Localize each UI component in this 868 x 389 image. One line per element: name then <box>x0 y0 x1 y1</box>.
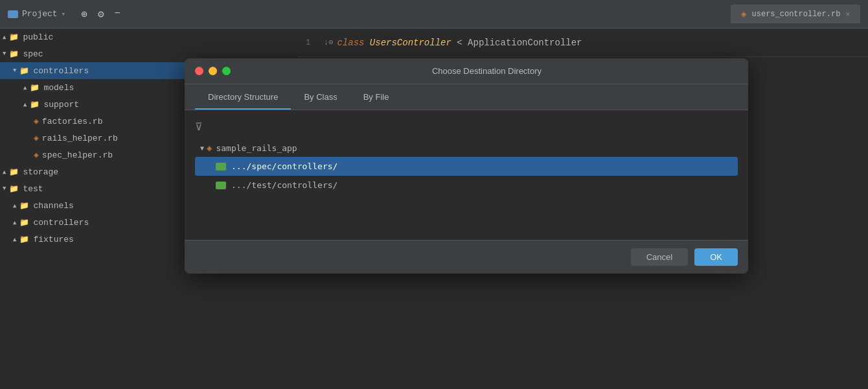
folder-icon-spec-ctrl <box>216 163 226 171</box>
tree-item-spec-controllers[interactable]: .../spec/controllers/ <box>195 157 738 176</box>
dialog-title: Choose Destination Directory <box>236 66 738 76</box>
tab-byfile-label: By File <box>363 92 389 102</box>
tab-directory-structure[interactable]: Directory Structure <box>195 84 291 110</box>
root-arrow: ▼ <box>200 145 204 152</box>
filter-icon[interactable]: ⊽ <box>195 121 203 134</box>
tree-root-item[interactable]: ▼ ◈ sample_rails_app <box>195 139 738 157</box>
tree-item-test-controllers[interactable]: .../test/controllers/ <box>195 176 738 194</box>
cancel-button[interactable]: Cancel <box>631 248 688 266</box>
traffic-light-yellow[interactable] <box>209 67 217 75</box>
traffic-light-green[interactable] <box>222 67 231 75</box>
tab-by-file[interactable]: By File <box>350 84 402 110</box>
root-label: sample_rails_app <box>216 143 297 153</box>
choose-destination-dialog: Choose Destination Directory Directory S… <box>185 58 748 274</box>
traffic-light-red[interactable] <box>195 67 203 75</box>
filter-bar: ⊽ <box>195 118 738 139</box>
tree-item-label-test: .../test/controllers/ <box>231 180 337 190</box>
tree-item-label-spec: .../spec/controllers/ <box>231 161 337 171</box>
tab-byclass-label: By Class <box>304 92 337 102</box>
dialog-body: ⊽ ▼ ◈ sample_rails_app .../spec/controll… <box>185 110 748 240</box>
folder-icon-test-ctrl <box>216 182 226 189</box>
tab-by-class[interactable]: By Class <box>291 84 350 110</box>
dialog-overlay: Choose Destination Directory Directory S… <box>0 0 868 389</box>
dialog-tabs: Directory Structure By Class By File <box>185 84 748 110</box>
ok-button[interactable]: OK <box>694 248 738 266</box>
tab-directory-label: Directory Structure <box>208 92 278 102</box>
dialog-titlebar: Choose Destination Directory <box>185 58 748 84</box>
tree-container: ▼ ◈ sample_rails_app .../spec/controller… <box>195 139 738 194</box>
root-icon: ◈ <box>207 143 212 153</box>
dialog-footer: Cancel OK <box>185 240 748 274</box>
